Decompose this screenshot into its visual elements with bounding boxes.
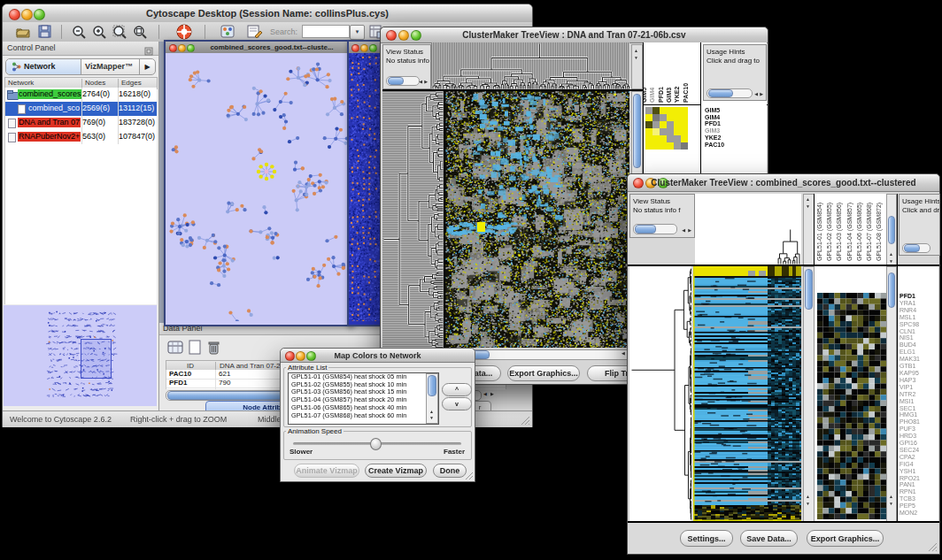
new-attribute-icon[interactable]: [188, 340, 203, 359]
tv2-vscrollbar[interactable]: ▲ ▼: [803, 266, 815, 523]
matrix-cell: [681, 142, 688, 150]
minimize-button[interactable]: [178, 44, 186, 52]
zoom-in-icon[interactable]: [92, 25, 107, 43]
gene-label: PHO81: [900, 418, 938, 426]
gene-label: MAK31: [900, 356, 938, 363]
button-save-data-[interactable]: Save Data...: [740, 530, 798, 547]
view-status-scrollbar[interactable]: [633, 224, 677, 234]
usage-hints-scrollbar[interactable]: [902, 243, 930, 253]
tv1-small-scroll[interactable]: ▲ ▼: [631, 44, 643, 89]
usage-hints-scrollbar[interactable]: [706, 88, 753, 98]
tv1-column-dendrogram[interactable]: [431, 42, 629, 89]
gene-label: HMG1: [900, 411, 938, 418]
search-dropdown-button[interactable]: ▼: [350, 25, 365, 40]
network-canvas-2[interactable]: [349, 53, 381, 321]
gene-label: SEC1: [900, 405, 938, 412]
attribute-item[interactable]: GPL51-07 (GSM868) heat shock 60 min: [289, 412, 438, 420]
zoom-button[interactable]: [187, 44, 195, 52]
matrix-cell: [674, 121, 681, 128]
overview-selection-rect[interactable]: [81, 339, 112, 379]
column-label: GPL51-03 (GSM856): [836, 203, 842, 261]
gene-label: MON2: [900, 510, 938, 517]
gene-label: GPI16: [900, 440, 938, 447]
gene-label: MSI1: [900, 398, 938, 405]
col-nodes: Nodes: [81, 79, 105, 88]
attribute-list-scrollbar[interactable]: ▲ ▼: [426, 373, 438, 424]
dialog-titlebar[interactable]: Map Colors to Network: [281, 349, 475, 363]
treeview1-titlebar[interactable]: ClusterMaker TreeView : DNA and Tran 07-…: [381, 27, 768, 43]
column-label: GIM3: [666, 88, 672, 103]
scroll-left-arrow[interactable]: ◀: [483, 392, 487, 396]
scroll-left-arrow[interactable]: ◀: [419, 80, 422, 84]
matrix-cell: [674, 135, 681, 142]
delete-attribute-icon[interactable]: [206, 340, 221, 359]
tab-overflow-button[interactable]: ▶: [139, 59, 155, 74]
network-view-titlebar[interactable]: combined_scores_good.txt--cluste...: [166, 42, 348, 54]
gene-label: VIP1: [900, 384, 938, 391]
search-input[interactable]: [302, 25, 350, 38]
resize-grip[interactable]: [520, 415, 530, 426]
open-icon[interactable]: [15, 25, 31, 42]
move-down-button[interactable]: v: [442, 397, 472, 410]
tv2-column-dendrogram[interactable]: [695, 194, 801, 265]
network-canvas[interactable]: [166, 53, 348, 321]
matrix-cell: [652, 135, 660, 142]
column-label: PFD1: [658, 87, 664, 103]
table-icon[interactable]: [167, 340, 184, 359]
column-label: GPL51-01 (GSM854): [816, 203, 822, 261]
zoom-button[interactable]: [369, 44, 377, 52]
create-vizmap-button[interactable]: Create Vizmap: [365, 464, 427, 478]
view-status-text: No status info f: [630, 205, 694, 214]
network-name: combined_sco: [27, 104, 81, 113]
tv2-zoom-scrollbar[interactable]: ▲ ▼: [886, 266, 897, 523]
tab-network[interactable]: Network: [6, 59, 81, 74]
gene-label: PAC10: [705, 142, 765, 149]
tab-vizmapper[interactable]: VizMapper™: [81, 62, 136, 71]
minimize-button[interactable]: [360, 44, 368, 52]
tv1-row-dendrogram[interactable]: [382, 91, 444, 348]
speed-slider-thumb[interactable]: [370, 438, 382, 450]
matrix-cell: [667, 114, 674, 121]
close-button[interactable]: [351, 44, 359, 52]
float-icon[interactable]: [144, 43, 153, 59]
treeview2-titlebar[interactable]: ClusterMaker TreeView : combined_scores_…: [628, 174, 939, 192]
matrix-cell: [681, 128, 688, 135]
button-settings-[interactable]: Settings...: [680, 530, 733, 547]
button-export-graphics-[interactable]: Export Graphics...: [807, 530, 884, 547]
network-view2-titlebar[interactable]: [349, 42, 381, 54]
button-export-graphics-[interactable]: Export Graphics...: [507, 365, 580, 381]
column-label: GPL51-08 (GSM872): [876, 203, 882, 261]
animate-vizmap-button[interactable]: Animate Vizmap: [294, 464, 359, 478]
zoom-selected-icon[interactable]: [133, 25, 148, 43]
dialog-resize-grip[interactable]: [465, 472, 474, 480]
scroll-right-arrow[interactable]: ▶: [490, 392, 494, 396]
resize-grip[interactable]: [927, 541, 938, 552]
network-edges: 183728(0): [119, 118, 155, 127]
close-button[interactable]: [169, 44, 177, 52]
col-network: Network: [8, 79, 34, 87]
tv1-usage-hints-panel: Usage Hints Click and drag to ◀ ▶: [703, 44, 767, 101]
move-up-button[interactable]: ^: [442, 383, 472, 396]
doc-icon: [8, 119, 16, 128]
matrix-cell: [645, 128, 652, 135]
attribute-list[interactable]: GPL51-01 (GSM854) heat shock 05 minGPL51…: [288, 372, 439, 425]
zoom-out-icon[interactable]: [72, 25, 87, 43]
view-status-scrollbar[interactable]: [386, 76, 420, 86]
tv2-zoom-matrix[interactable]: [817, 293, 886, 519]
gene-label: RPN1: [900, 488, 938, 495]
gene-label: PUF3: [900, 426, 938, 433]
view-status-title: View Status: [630, 195, 694, 205]
column-label: GPL51-04 (GSM857): [846, 203, 853, 261]
done-button[interactable]: Done: [433, 464, 467, 478]
tv1-heatmap[interactable]: [445, 91, 629, 348]
tv2-label-scrollbar[interactable]: ▲ ▼: [886, 194, 897, 266]
gene-label: HAP3: [900, 377, 938, 384]
save-icon[interactable]: [38, 25, 52, 42]
scroll-right-arrow[interactable]: ▶: [424, 80, 428, 84]
tv1-zoom-matrix[interactable]: [645, 107, 688, 150]
zoom-fit-icon[interactable]: [112, 25, 127, 43]
matrix-cell: [660, 135, 667, 142]
tv2-heatmap[interactable]: [693, 266, 801, 521]
tv2-row-dendrogram[interactable]: [629, 266, 691, 521]
main-titlebar[interactable]: Cytoscape Desktop (Session Name: collins…: [3, 4, 532, 23]
